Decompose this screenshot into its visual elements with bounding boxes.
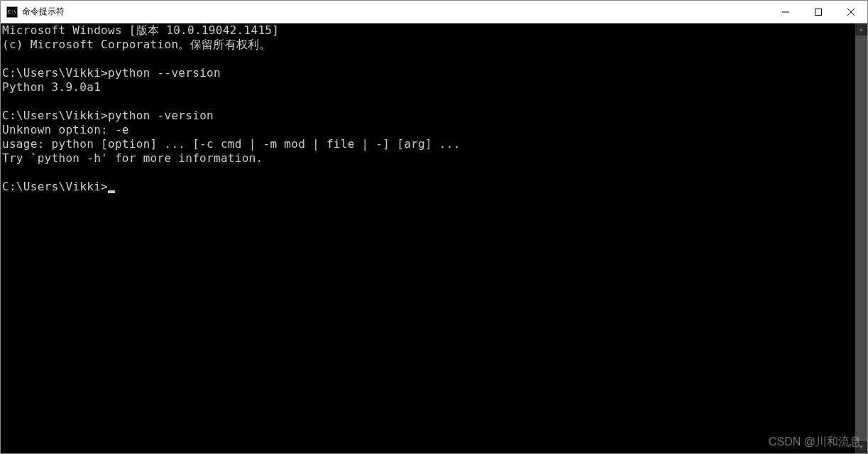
- cmd-2: python -version: [108, 109, 214, 122]
- out-2-2: usage: python [option] ... [-c cmd | -m …: [2, 137, 461, 151]
- window-controls: [769, 1, 867, 23]
- cursor: [108, 190, 115, 193]
- prompt-2: C:\Users\Vikki>: [2, 109, 108, 122]
- svg-rect-1: [815, 9, 822, 15]
- terminal-output[interactable]: Microsoft Windows [版本 10.0.19042.1415] (…: [1, 23, 855, 453]
- terminal-area: Microsoft Windows [版本 10.0.19042.1415] (…: [1, 23, 867, 453]
- scroll-up-arrow-icon[interactable]: ▲: [855, 23, 867, 36]
- cmd-icon-text: C:\: [8, 9, 17, 15]
- vertical-scrollbar[interactable]: ▲ ▼: [855, 23, 867, 453]
- maximize-icon: [815, 9, 822, 16]
- cmd-icon: C:\: [6, 6, 18, 18]
- copyright-line: (c) Microsoft Corporation。保留所有权利。: [2, 38, 271, 51]
- scroll-thumb[interactable]: [855, 36, 867, 441]
- out-2-1: Unknown option: -e: [2, 123, 129, 136]
- scroll-track[interactable]: [855, 36, 867, 441]
- prompt-1: C:\Users\Vikki>: [2, 66, 108, 80]
- header-line: Microsoft Windows [版本 10.0.19042.1415]: [2, 23, 279, 37]
- titlebar[interactable]: C:\ 命令提示符: [1, 1, 867, 23]
- out-2-3: Try `python -h' for more information.: [2, 151, 263, 165]
- final-prompt: C:\Users\Vikki>: [2, 180, 108, 193]
- cmd-window: C:\ 命令提示符 Microsoft Windows [版本 10.0.190…: [0, 0, 868, 454]
- title-left: C:\ 命令提示符: [1, 6, 65, 18]
- scroll-down-arrow-icon[interactable]: ▼: [855, 441, 867, 453]
- close-button[interactable]: [835, 1, 867, 23]
- minimize-icon: [782, 9, 789, 16]
- window-title: 命令提示符: [22, 6, 65, 18]
- close-icon: [847, 9, 855, 16]
- cmd-1: python --version: [108, 66, 221, 80]
- out-1: Python 3.9.0a1: [2, 80, 101, 94]
- maximize-button[interactable]: [802, 1, 835, 23]
- minimize-button[interactable]: [769, 1, 802, 23]
